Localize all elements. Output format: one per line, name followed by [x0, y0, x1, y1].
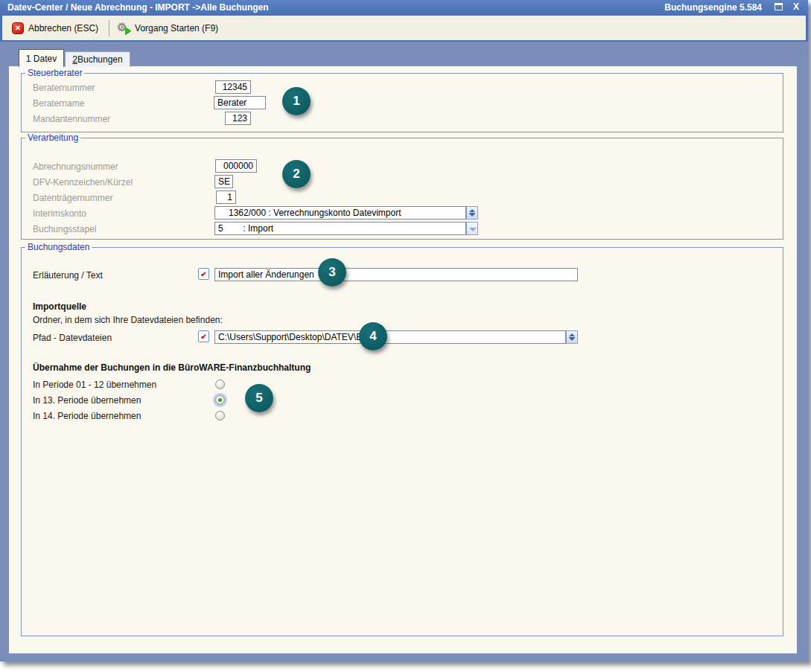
pfad-spinner-button[interactable]	[566, 330, 578, 344]
label-beratername: Beratername	[33, 98, 84, 109]
tab-content: Steuerberater Beraternummer 12345 Berate…	[9, 66, 797, 653]
radio-periode-01-12[interactable]	[215, 380, 225, 389]
radio-label-periode-14: In 14. Periode übernehmen	[33, 411, 141, 421]
label-abrechnungsnummer: Abrechnungsnummer	[33, 161, 118, 172]
input-beratername[interactable]: Berater	[214, 96, 266, 109]
group-verarbeitung: Verarbeitung Abrechnungsnummer 000000 DF…	[21, 138, 783, 240]
maximize-button[interactable]	[775, 3, 784, 12]
uebernahme-heading: Übernahme der Buchungen in die BüroWARE-…	[33, 362, 311, 373]
cancel-button[interactable]: ✕ Abbrechen (ESC)	[9, 20, 104, 36]
input-abrechnungsnummer[interactable]: 000000	[215, 159, 257, 173]
radio-periode-14[interactable]	[215, 411, 225, 420]
interimskonto-spinner-button[interactable]	[466, 206, 478, 220]
app-window: Datev-Center / Neue Abrechnung - IMPORT …	[0, 0, 808, 662]
start-label: Vorgang Starten (F9)	[135, 23, 218, 33]
spinner-down-icon	[569, 338, 575, 341]
input-mandantennummer[interactable]: 123	[225, 112, 251, 125]
dropdown-arrow-icon	[469, 228, 477, 231]
cancel-icon: ✕	[12, 22, 24, 34]
label-erlaeuterung: Erläuterung / Text	[33, 270, 103, 281]
label-dfv-kennzeichen: DFV-Kennzeichen/Kürzel	[33, 177, 133, 188]
buchungsstapel-dropdown-button[interactable]	[466, 222, 478, 235]
radio-label-periode-13: In 13. Periode übernehmen	[33, 395, 141, 406]
tab-datev[interactable]: 1 Datev	[19, 49, 64, 67]
annotation-badge-4: 4	[359, 322, 387, 351]
input-dfv-kennzeichen[interactable]: SE	[214, 175, 233, 188]
radio-label-periode-01-12: In Periode 01 - 12 übernehmen	[33, 380, 156, 390]
group-steuerberater: Steuerberater Beraternummer 12345 Berate…	[21, 73, 783, 132]
erlaeuterung-check-icon[interactable]: ✔	[198, 268, 209, 280]
tab-datev-label: 1 Datev	[26, 54, 57, 64]
start-button[interactable]: ⚙ Vorgang Starten (F9)	[114, 19, 224, 36]
importquelle-hint: Ordner, in dem sich Ihre Datevdateien be…	[33, 315, 223, 325]
window-title: Datev-Center / Neue Abrechnung - IMPORT …	[7, 2, 269, 13]
input-pfad-datevdateien[interactable]: C:\Users\Support\Desktop\DATEV\B1	[214, 330, 566, 344]
close-button[interactable]: X	[793, 1, 799, 12]
input-erlaeuterung[interactable]: Import aller Änderungen	[214, 268, 578, 281]
gear-start-icon: ⚙	[117, 22, 130, 34]
spinner-up-icon	[569, 333, 575, 336]
importquelle-heading: Importquelle	[33, 301, 86, 312]
label-mandantennummer: Mandantennummer	[33, 114, 110, 124]
pfad-check-icon[interactable]: ✔	[198, 330, 209, 342]
annotation-badge-2: 2	[282, 160, 311, 188]
maximize-icon	[775, 3, 783, 10]
annotation-badge-3: 3	[318, 258, 346, 287]
input-buchungsstapel[interactable]: 5 : Import	[214, 222, 466, 235]
client-frame: 1 Datev 2 Buchungen Steuerberater Berate…	[0, 43, 808, 662]
group-verarbeitung-label: Verarbeitung	[25, 132, 80, 143]
tab-buchungen[interactable]: 2 Buchungen	[65, 51, 130, 67]
titlebar: Datev-Center / Neue Abrechnung - IMPORT …	[0, 0, 808, 16]
label-datentraegernummer: Datenträgernummer	[33, 193, 112, 203]
page: Datev-Center / Neue Abrechnung - IMPORT …	[0, 0, 811, 672]
input-interimskonto[interactable]: 1362/000 : Verrechnungskonto Datevimport	[214, 206, 466, 220]
input-beraternummer[interactable]: 12345	[215, 80, 251, 94]
annotation-badge-5: 5	[245, 384, 273, 412]
tab-buchungen-label: Buchungen	[77, 54, 123, 65]
group-buchungsdaten-label: Buchungsdaten	[25, 242, 92, 252]
spinner-down-icon	[469, 214, 475, 217]
label-interimskonto: Interimskonto	[33, 208, 86, 219]
tab-buchungen-accel: 2	[72, 54, 77, 65]
label-buchungsstapel: Buchungsstapel	[33, 224, 96, 234]
toolbar-separator	[109, 20, 109, 36]
cancel-label: Abbrechen (ESC)	[28, 23, 98, 33]
radio-periode-13[interactable]	[215, 395, 225, 405]
label-pfad-datevdateien: Pfad - Datevdateien	[33, 333, 112, 343]
spinner-up-icon	[469, 209, 475, 212]
label-beraternummer: Beraternummer	[33, 83, 95, 93]
annotation-badge-1: 1	[282, 87, 311, 115]
toolbar: ✕ Abbrechen (ESC) ⚙ Vorgang Starten (F9)	[0, 16, 808, 42]
app-version: Buchungsengine 5.584	[664, 2, 762, 13]
group-buchungsdaten: Buchungsdaten Erläuterung / Text ✔ Impor…	[21, 247, 783, 636]
input-datentraegernummer[interactable]: 1	[216, 191, 236, 204]
group-steuerberater-label: Steuerberater	[25, 68, 84, 78]
